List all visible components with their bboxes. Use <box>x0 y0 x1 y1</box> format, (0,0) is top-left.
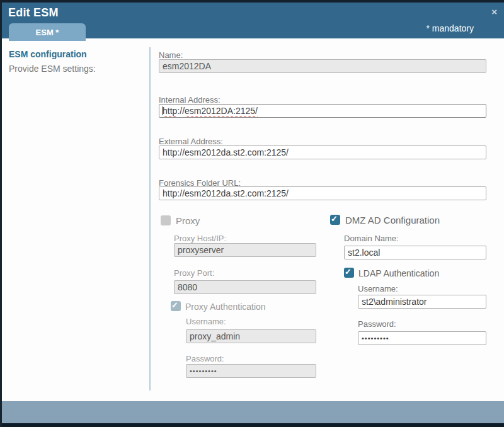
mandatory-note: * mandatory <box>427 23 474 33</box>
proxy-auth-checkbox: ✓ <box>171 301 181 311</box>
ldap-auth-checkbox[interactable]: ✓ <box>344 268 354 278</box>
ldap-username-label: Username: <box>358 284 398 293</box>
check-icon: ✓ <box>331 214 338 224</box>
edit-esm-dialog: Edit ESM × * mandatory ESM * ESM configu… <box>0 0 504 427</box>
internal-address-label: Internal Address: <box>159 95 220 105</box>
ldap-auth-checkbox-label: LDAP Authentication <box>358 268 439 278</box>
check-icon: ✓ <box>345 267 352 276</box>
ldap-password-input[interactable] <box>358 331 486 345</box>
proxy-checkbox-label: Proxy <box>176 215 200 226</box>
ldap-password-label: Password: <box>358 319 396 329</box>
domain-name-label: Domain Name: <box>344 234 399 243</box>
proxy-checkbox[interactable]: ✓ <box>161 215 171 225</box>
name-input <box>159 59 486 73</box>
sidebar-subheading: Provide ESM settings: <box>9 64 96 74</box>
proxy-auth-checkbox-label: Proxy Authentication <box>185 302 266 312</box>
proxy-host-label: Proxy Host/IP: <box>174 234 226 243</box>
name-label: Name: <box>159 50 183 60</box>
close-icon[interactable]: × <box>491 6 497 18</box>
forensics-url-input[interactable] <box>159 186 486 200</box>
tab-esm[interactable]: ESM * <box>9 23 86 41</box>
external-address-input[interactable] <box>159 145 486 159</box>
external-address-label: External Address: <box>159 137 223 146</box>
dmz-ad-checkbox-label: DMZ AD Configuration <box>345 215 440 225</box>
background-page-strip-top <box>0 0 504 3</box>
proxy-password-input <box>186 364 316 378</box>
proxy-username-input <box>186 329 316 343</box>
dmz-ad-checkbox[interactable]: ✓ <box>330 215 340 225</box>
background-page-strip-left <box>0 0 2 427</box>
domain-name-input[interactable] <box>344 246 486 259</box>
sidebar-heading: ESM configuration <box>9 49 87 59</box>
proxy-password-label: Password: <box>186 354 224 363</box>
proxy-port-input <box>174 280 316 294</box>
proxy-host-input <box>174 243 316 257</box>
vertical-divider <box>149 47 151 390</box>
check-icon: ✓ <box>171 300 178 310</box>
dialog-header: Edit ESM × * mandatory ESM * <box>0 3 504 38</box>
footer-bar: Save Cancel <box>0 401 504 423</box>
internal-address-input[interactable]: http://esm2012DA:2125/ <box>159 104 486 118</box>
page-title: Edit ESM <box>8 6 59 20</box>
background-page-strip-bottom <box>0 423 504 427</box>
ldap-username-input[interactable] <box>358 295 486 309</box>
proxy-username-label: Username: <box>186 317 226 326</box>
proxy-port-label: Proxy Port: <box>174 268 214 278</box>
